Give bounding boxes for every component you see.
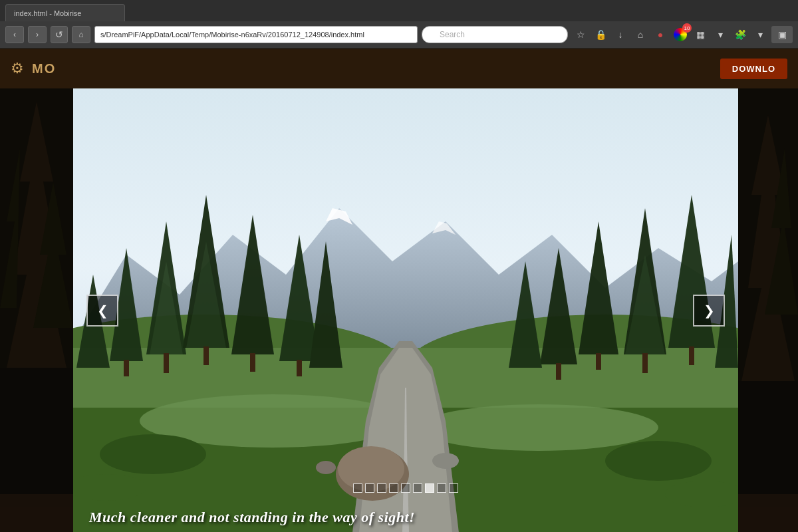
carousel-dot-2[interactable] (377, 483, 386, 493)
gear-icon: ⚙ (11, 60, 24, 77)
download-button[interactable]: ↓ (612, 26, 629, 43)
browser-toolbar: ‹ › ↺ ⌂ s/DreamPiF/AppData/Local/Temp/Mo… (0, 21, 798, 48)
svg-rect-26 (164, 353, 169, 373)
svg-rect-47 (556, 363, 561, 380)
sidebar-left (0, 49, 73, 532)
svg-rect-42 (689, 346, 694, 365)
svg-rect-4 (0, 368, 73, 494)
carousel-dot-3[interactable] (389, 483, 398, 493)
menu-button[interactable]: ▦ (692, 26, 709, 43)
carousel-dot-7[interactable] (437, 483, 446, 493)
svg-rect-31 (124, 360, 129, 376)
active-tab[interactable]: index.html - Mobirise (5, 4, 125, 21)
app-header: ⚙ MO DOWNLO (0, 49, 798, 88)
address-bar[interactable]: s/DreamPiF/AppData/Local/Temp/Mobirise-n… (94, 26, 418, 43)
carousel-dot-0[interactable] (353, 483, 362, 493)
svg-rect-33 (250, 353, 255, 372)
search-bar-wrapper: 🔍 Search (422, 26, 568, 43)
home-button[interactable]: ⌂ (72, 26, 90, 43)
carousel-container: ❮ ❯ Much cleaner and not standing in the… (73, 88, 738, 532)
carousel-dot-8[interactable] (449, 483, 458, 493)
carousel-dot-1[interactable] (365, 483, 374, 493)
sidebar-right (738, 49, 798, 532)
back-button[interactable]: ‹ (5, 26, 24, 43)
search-input[interactable]: Search (422, 26, 568, 43)
download-button[interactable]: DOWNLO (720, 59, 787, 79)
header-right: DOWNLO (720, 59, 787, 79)
sidebar-right-image (738, 49, 798, 494)
svg-point-51 (605, 441, 712, 481)
privacy-icon[interactable]: ● (652, 26, 669, 43)
svg-rect-40 (642, 353, 648, 373)
tab-label: index.html - Mobirise (14, 9, 81, 17)
carousel-prev-button[interactable]: ❮ (86, 295, 118, 327)
toolbar-icons: ☆ 🔒 ↓ ⌂ ● 10 ▦ ▾ 🧩 ▾ ▣ (572, 26, 793, 43)
sidebar-left-image (0, 49, 73, 494)
svg-point-55 (316, 461, 336, 474)
svg-rect-29 (203, 346, 209, 365)
svg-point-50 (100, 434, 206, 474)
extensions-list-icon[interactable]: 🧩 (732, 26, 749, 43)
reload-button[interactable]: ↺ (51, 26, 68, 43)
caption-text: Much cleaner and not standing in the way… (89, 509, 415, 525)
app-title: MO (32, 61, 56, 76)
profile-icon[interactable]: ▣ (771, 26, 793, 43)
chevron-down-icon[interactable]: ▾ (712, 26, 729, 43)
bookmark-button[interactable]: ☆ (572, 26, 589, 43)
svg-point-54 (432, 453, 459, 469)
browser-chrome: index.html - Mobirise ‹ › ↺ ⌂ s/DreamPiF… (0, 0, 798, 49)
carousel-next-button[interactable]: ❯ (693, 295, 725, 327)
extensions-icon[interactable]: 10 (672, 26, 689, 43)
carousel-dot-5[interactable] (413, 483, 422, 493)
forward-button[interactable]: › (28, 26, 47, 43)
carousel-image (73, 88, 738, 532)
main-content: ⚙ MO DOWNLO (0, 49, 798, 532)
lock-icon: 🔒 (592, 26, 609, 43)
svg-rect-44 (596, 353, 601, 370)
carousel-dot-4[interactable] (401, 483, 410, 493)
extensions-badge: 10 (682, 23, 692, 33)
carousel-dot-6[interactable] (425, 483, 434, 493)
svg-rect-8 (738, 381, 798, 494)
home-icon[interactable]: ⌂ (632, 26, 649, 43)
svg-rect-35 (297, 360, 302, 376)
browser-tabs: index.html - Mobirise (0, 0, 798, 21)
carousel-caption: Much cleaner and not standing in the way… (73, 509, 738, 526)
carousel-dots (353, 483, 458, 493)
chevron-down-icon2[interactable]: ▾ (751, 26, 769, 43)
svg-point-18 (419, 404, 658, 451)
